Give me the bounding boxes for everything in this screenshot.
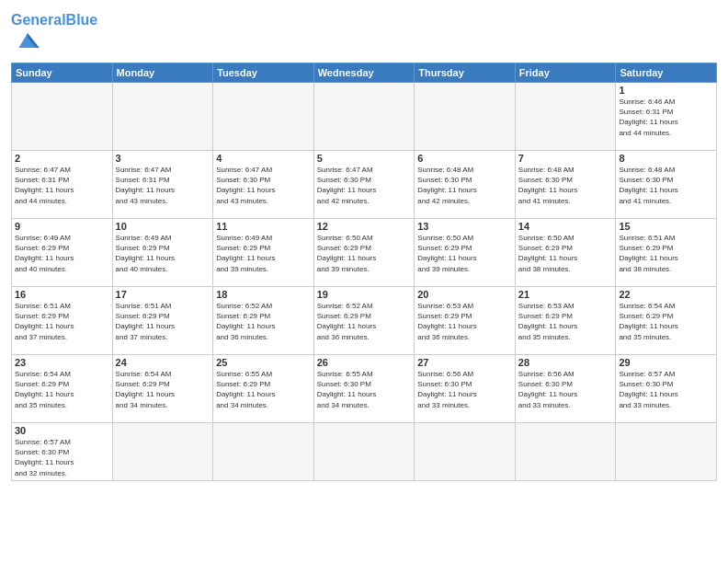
calendar-cell: 30Sunrise: 6:57 AM Sunset: 6:30 PM Dayli… (12, 423, 113, 481)
day-number: 11 (216, 221, 311, 232)
calendar-week-row: 9Sunrise: 6:49 AM Sunset: 6:29 PM Daylig… (12, 219, 717, 287)
day-number: 30 (15, 425, 109, 436)
logo-general: General (11, 12, 66, 28)
day-number: 21 (518, 289, 613, 300)
day-info: Sunrise: 6:53 AM Sunset: 6:29 PM Dayligh… (417, 301, 512, 342)
day-number: 18 (216, 289, 311, 300)
day-info: Sunrise: 6:47 AM Sunset: 6:30 PM Dayligh… (317, 165, 412, 206)
calendar-cell: 17Sunrise: 6:51 AM Sunset: 6:29 PM Dayli… (112, 287, 213, 355)
calendar-cell: 14Sunrise: 6:50 AM Sunset: 6:29 PM Dayli… (515, 219, 616, 287)
calendar-cell: 7Sunrise: 6:48 AM Sunset: 6:30 PM Daylig… (515, 151, 616, 219)
weekday-header-thursday: Thursday (415, 63, 516, 83)
day-info: Sunrise: 6:51 AM Sunset: 6:29 PM Dayligh… (116, 301, 210, 342)
calendar-cell: 24Sunrise: 6:54 AM Sunset: 6:29 PM Dayli… (112, 355, 213, 423)
calendar-cell: 19Sunrise: 6:52 AM Sunset: 6:29 PM Dayli… (313, 287, 415, 355)
day-number: 1 (619, 85, 713, 96)
calendar-cell: 15Sunrise: 6:51 AM Sunset: 6:29 PM Dayli… (616, 219, 717, 287)
calendar-cell (616, 423, 717, 481)
calendar-cell (313, 423, 415, 481)
calendar-cell: 12Sunrise: 6:50 AM Sunset: 6:29 PM Dayli… (313, 219, 415, 287)
day-number: 10 (116, 221, 210, 232)
calendar-cell: 26Sunrise: 6:55 AM Sunset: 6:30 PM Dayli… (313, 355, 415, 423)
day-info: Sunrise: 6:57 AM Sunset: 6:30 PM Dayligh… (15, 437, 109, 478)
day-number: 7 (518, 153, 613, 164)
weekday-header-saturday: Saturday (616, 63, 717, 83)
calendar-cell: 8Sunrise: 6:48 AM Sunset: 6:30 PM Daylig… (616, 151, 717, 219)
weekday-header-monday: Monday (112, 63, 213, 83)
day-info: Sunrise: 6:51 AM Sunset: 6:29 PM Dayligh… (15, 301, 109, 342)
calendar-cell: 23Sunrise: 6:54 AM Sunset: 6:29 PM Dayli… (12, 355, 113, 423)
day-number: 17 (116, 289, 210, 300)
header: GeneralBlue (11, 9, 717, 57)
weekday-header-sunday: Sunday (12, 63, 113, 83)
day-info: Sunrise: 6:47 AM Sunset: 6:31 PM Dayligh… (116, 165, 210, 206)
calendar-week-row: 23Sunrise: 6:54 AM Sunset: 6:29 PM Dayli… (12, 355, 717, 423)
day-number: 2 (15, 153, 109, 164)
day-info: Sunrise: 6:48 AM Sunset: 6:30 PM Dayligh… (619, 165, 713, 206)
calendar-cell (213, 83, 314, 151)
day-info: Sunrise: 6:54 AM Sunset: 6:29 PM Dayligh… (116, 369, 210, 410)
day-number: 5 (317, 153, 412, 164)
day-number: 24 (116, 357, 210, 368)
day-info: Sunrise: 6:50 AM Sunset: 6:29 PM Dayligh… (317, 233, 412, 274)
calendar-cell (12, 83, 113, 151)
calendar-cell: 22Sunrise: 6:54 AM Sunset: 6:29 PM Dayli… (616, 287, 717, 355)
day-info: Sunrise: 6:49 AM Sunset: 6:29 PM Dayligh… (216, 233, 311, 274)
day-info: Sunrise: 6:46 AM Sunset: 6:31 PM Dayligh… (619, 97, 713, 138)
calendar-cell: 25Sunrise: 6:55 AM Sunset: 6:29 PM Dayli… (213, 355, 314, 423)
day-info: Sunrise: 6:52 AM Sunset: 6:29 PM Dayligh… (317, 301, 412, 342)
day-info: Sunrise: 6:47 AM Sunset: 6:31 PM Dayligh… (15, 165, 109, 206)
day-number: 20 (417, 289, 512, 300)
day-info: Sunrise: 6:55 AM Sunset: 6:30 PM Dayligh… (317, 369, 412, 410)
day-info: Sunrise: 6:49 AM Sunset: 6:29 PM Dayligh… (15, 233, 109, 274)
day-number: 27 (417, 357, 512, 368)
calendar-cell: 13Sunrise: 6:50 AM Sunset: 6:29 PM Dayli… (415, 219, 516, 287)
calendar-cell: 9Sunrise: 6:49 AM Sunset: 6:29 PM Daylig… (12, 219, 113, 287)
day-number: 23 (15, 357, 109, 368)
day-info: Sunrise: 6:47 AM Sunset: 6:30 PM Dayligh… (216, 165, 311, 206)
day-number: 25 (216, 357, 311, 368)
weekday-header-wednesday: Wednesday (313, 63, 415, 83)
calendar-week-row: 30Sunrise: 6:57 AM Sunset: 6:30 PM Dayli… (12, 423, 717, 481)
day-number: 16 (15, 289, 109, 300)
day-info: Sunrise: 6:50 AM Sunset: 6:29 PM Dayligh… (518, 233, 613, 274)
calendar-cell: 18Sunrise: 6:52 AM Sunset: 6:29 PM Dayli… (213, 287, 314, 355)
calendar-cell (112, 423, 213, 481)
day-number: 12 (317, 221, 412, 232)
day-number: 8 (619, 153, 713, 164)
calendar-week-row: 16Sunrise: 6:51 AM Sunset: 6:29 PM Dayli… (12, 287, 717, 355)
day-info: Sunrise: 6:52 AM Sunset: 6:29 PM Dayligh… (216, 301, 311, 342)
day-info: Sunrise: 6:51 AM Sunset: 6:29 PM Dayligh… (619, 233, 713, 274)
day-number: 15 (619, 221, 713, 232)
day-info: Sunrise: 6:57 AM Sunset: 6:30 PM Dayligh… (619, 369, 713, 410)
day-number: 4 (216, 153, 311, 164)
day-number: 14 (518, 221, 613, 232)
logo-text: GeneralBlue (11, 13, 97, 28)
calendar-cell: 28Sunrise: 6:56 AM Sunset: 6:30 PM Dayli… (515, 355, 616, 423)
calendar-cell (415, 83, 516, 151)
day-info: Sunrise: 6:48 AM Sunset: 6:30 PM Dayligh… (518, 165, 613, 206)
logo: GeneralBlue (11, 13, 97, 57)
calendar-table: SundayMondayTuesdayWednesdayThursdayFrid… (11, 63, 717, 481)
day-number: 19 (317, 289, 412, 300)
calendar-cell (213, 423, 314, 481)
calendar-cell: 20Sunrise: 6:53 AM Sunset: 6:29 PM Dayli… (415, 287, 516, 355)
day-number: 26 (317, 357, 412, 368)
calendar-cell (313, 83, 415, 151)
calendar-cell (515, 423, 616, 481)
calendar-header-row: SundayMondayTuesdayWednesdayThursdayFrid… (12, 63, 717, 83)
day-info: Sunrise: 6:53 AM Sunset: 6:29 PM Dayligh… (518, 301, 613, 342)
calendar-cell: 6Sunrise: 6:48 AM Sunset: 6:30 PM Daylig… (415, 151, 516, 219)
day-number: 13 (417, 221, 512, 232)
calendar-cell (515, 83, 616, 151)
calendar-cell: 2Sunrise: 6:47 AM Sunset: 6:31 PM Daylig… (12, 151, 113, 219)
day-info: Sunrise: 6:50 AM Sunset: 6:29 PM Dayligh… (417, 233, 512, 274)
day-number: 22 (619, 289, 713, 300)
logo-blue: Blue (66, 12, 98, 28)
calendar-cell (415, 423, 516, 481)
calendar-cell: 21Sunrise: 6:53 AM Sunset: 6:29 PM Dayli… (515, 287, 616, 355)
day-info: Sunrise: 6:48 AM Sunset: 6:30 PM Dayligh… (417, 165, 512, 206)
day-number: 28 (518, 357, 613, 368)
day-info: Sunrise: 6:54 AM Sunset: 6:29 PM Dayligh… (619, 301, 713, 342)
day-number: 29 (619, 357, 713, 368)
